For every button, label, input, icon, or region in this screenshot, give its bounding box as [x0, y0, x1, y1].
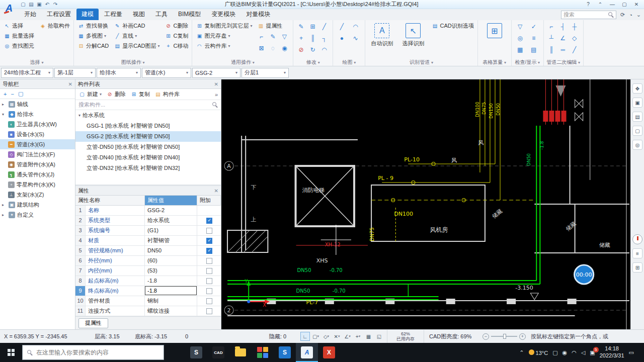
- fit-view-icon[interactable]: ◎: [632, 140, 642, 150]
- table-calc-button[interactable]: ⊞: [480, 22, 509, 59]
- project-combo[interactable]: 24#给排水工程▾: [1, 68, 53, 78]
- nav-item-supports[interactable]: ⊥支架(水)(Z): [0, 190, 75, 200]
- collapse-all-icon[interactable]: −: [11, 91, 14, 97]
- point-snap-icon[interactable]: +▾: [353, 332, 363, 341]
- component-item[interactable]: GSG-1 [给水系统 衬塑钢管 DN50]: [75, 121, 221, 131]
- mic-tray-icon[interactable]: ◉: [562, 349, 568, 356]
- group-label-table-calc[interactable]: 表格算量 ▾: [478, 59, 511, 66]
- find-replace-button[interactable]: ⇄查找替换: [76, 22, 110, 30]
- taskbar-app-explorer[interactable]: [229, 343, 252, 362]
- filter-check-icon[interactable]: ▽: [514, 22, 526, 32]
- group-label-identify-pipe[interactable]: 识别管道 ▾: [365, 59, 477, 66]
- mail-tray-icon[interactable]: ▣5: [590, 349, 595, 356]
- attach-checkbox[interactable]: [206, 308, 212, 314]
- layer-combo[interactable]: 分层1▾: [242, 68, 289, 78]
- cross-snap-icon[interactable]: ✕▾: [332, 332, 342, 341]
- maximize-button[interactable]: ▢: [620, 2, 629, 7]
- auto-identify-button[interactable]: A 自动识别: [368, 22, 396, 59]
- taskbar-search-box[interactable]: 在这里输入你要搜索的内容: [22, 345, 164, 360]
- brightness-slider[interactable]: − +: [482, 333, 526, 340]
- ribbon-search-box[interactable]: 搜索: [561, 11, 616, 19]
- copy-to-other-floor-button[interactable]: ⊞复制图元到其它层 ▾: [195, 22, 253, 30]
- measure-icon[interactable]: ⌐: [256, 32, 266, 42]
- property-row-end-elevation[interactable]: 9终点标高(m): [75, 286, 221, 296]
- rotate-icon[interactable]: ↻: [307, 45, 317, 55]
- attach-checkbox[interactable]: [206, 298, 212, 304]
- nav-item-misc[interactable]: +零星构件(水)(K): [0, 179, 75, 190]
- filter-icon[interactable]: ▽: [279, 32, 289, 42]
- weather-widget[interactable]: 13°C: [529, 349, 548, 356]
- close-button[interactable]: ✕: [632, 2, 641, 7]
- attach-checkbox[interactable]: [206, 268, 212, 274]
- attach-checkbox[interactable]: [206, 238, 212, 244]
- save-icon[interactable]: ▣: [35, 1, 43, 8]
- component-search-box[interactable]: 搜索构件...: [75, 100, 221, 110]
- nav-item-pipe-accessories[interactable]: ◉管道附件(水)(A): [0, 159, 75, 169]
- taskbar-app-store[interactable]: [252, 343, 274, 362]
- nav-group-building[interactable]: ▸▣建筑结构: [0, 200, 75, 210]
- attach-checkbox[interactable]: [206, 258, 212, 264]
- list-view-icon[interactable]: ≡: [632, 248, 642, 258]
- collapse-ribbon-icon[interactable]: ⌃: [596, 2, 605, 7]
- bridge-icon[interactable]: ═: [558, 45, 568, 55]
- arc-icon[interactable]: ◠: [319, 45, 329, 55]
- nav-item-fixtures[interactable]: ◐卫生器具(水)(W): [0, 119, 75, 129]
- minimize-button[interactable]: —: [608, 2, 617, 7]
- property-row-inner-diameter[interactable]: 7内径(mm)(53): [75, 266, 221, 276]
- property-row-fitting-material[interactable]: 10管件材质钢制: [75, 296, 221, 306]
- element-type-combo[interactable]: 管道(水)▾: [142, 68, 191, 78]
- riser-icon[interactable]: ║: [546, 45, 556, 55]
- attach-checkbox[interactable]: [206, 288, 212, 294]
- compass-icon[interactable]: [632, 234, 642, 244]
- taskbar-app-everything[interactable]: S: [185, 343, 207, 362]
- plus-icon[interactable]: +: [519, 333, 526, 340]
- cad-delete-button[interactable]: ⊘C删除: [164, 22, 189, 30]
- cube-view-icon[interactable]: ▢: [632, 126, 642, 136]
- tab-bim-model[interactable]: BIM模型: [173, 9, 206, 20]
- extract-properties-button[interactable]: 提属性: [78, 318, 108, 328]
- taskbar-app-x-red[interactable]: X: [318, 343, 340, 362]
- network-tray-icon[interactable]: ◠: [572, 349, 577, 356]
- group-label-common-ops[interactable]: 通用操作 ▾: [192, 59, 293, 66]
- slider-thumb[interactable]: [503, 334, 506, 339]
- display-settings-icon[interactable]: ≡: [528, 33, 540, 43]
- line-button[interactable]: ╱直线 ▾: [113, 32, 160, 40]
- attach-checkbox[interactable]: [206, 278, 212, 284]
- offset-icon[interactable]: ║: [307, 33, 317, 43]
- attach-checkbox[interactable]: [206, 248, 212, 254]
- component-item[interactable]: 立管-DN50 [给水系统 衬塑钢管 DN50]: [75, 142, 221, 152]
- explode-cad-button[interactable]: ⊟分解CAD: [76, 42, 110, 50]
- help-icon[interactable]: ?: [584, 2, 593, 7]
- edit-nav-icon[interactable]: ▢: [18, 90, 23, 97]
- multi-view-button[interactable]: ▦多视图 ▾: [76, 32, 110, 40]
- component-item[interactable]: 立管-DN32 [给水系统 衬塑钢管 DN32]: [75, 163, 221, 173]
- component-combo[interactable]: GSG-2▾: [192, 68, 240, 78]
- display-tray-icon[interactable]: ▢: [552, 349, 557, 356]
- draw-arc-icon[interactable]: ◠: [349, 22, 361, 32]
- tab-tools[interactable]: 工具: [150, 9, 173, 20]
- select-identify-button[interactable]: ↖ 选择识别: [399, 22, 427, 59]
- nav-item-fittings[interactable]: ┓通头管件(水)(J): [0, 169, 75, 179]
- check-model-icon[interactable]: ✓: [528, 22, 540, 32]
- property-row-material[interactable]: 4材质衬塑钢管: [75, 236, 221, 246]
- notification-icon[interactable]: ◔: [629, 12, 632, 18]
- group-label-modify[interactable]: 修改 ▾: [293, 59, 333, 66]
- expand-all-icon[interactable]: +: [4, 91, 7, 97]
- restore-element-icon[interactable]: ◉: [279, 43, 289, 53]
- cad-identify-options-button[interactable]: ▤CAD识别选项: [430, 22, 474, 30]
- property-row-name[interactable]: 1名称GSG-2: [75, 206, 221, 216]
- patch-cad-button[interactable]: ✎补画CAD: [113, 22, 160, 30]
- rect-select-icon[interactable]: ▢▾: [311, 332, 320, 341]
- property-row-diameter-spec[interactable]: 5管径规格(mm)DN50: [75, 246, 221, 256]
- notification-center-icon[interactable]: ▭: [629, 349, 634, 356]
- tab-view[interactable]: 视图: [128, 9, 150, 20]
- tab-project-settings[interactable]: 工程设置: [42, 9, 76, 20]
- nav-close-icon[interactable]: ✕: [68, 81, 72, 87]
- redo-icon[interactable]: ↷: [51, 1, 59, 8]
- cloud-library-button[interactable]: ◠云构件库 ▾: [195, 42, 253, 50]
- component-item-selected[interactable]: GSG-2 [给水系统 衬塑钢管 DN50]: [75, 131, 221, 142]
- move-icon[interactable]: +: [296, 33, 306, 43]
- nav-item-pipes[interactable]: ━管道(水)(G): [0, 139, 75, 149]
- hide-element-icon[interactable]: ◌: [268, 43, 278, 53]
- start-button[interactable]: [0, 343, 22, 362]
